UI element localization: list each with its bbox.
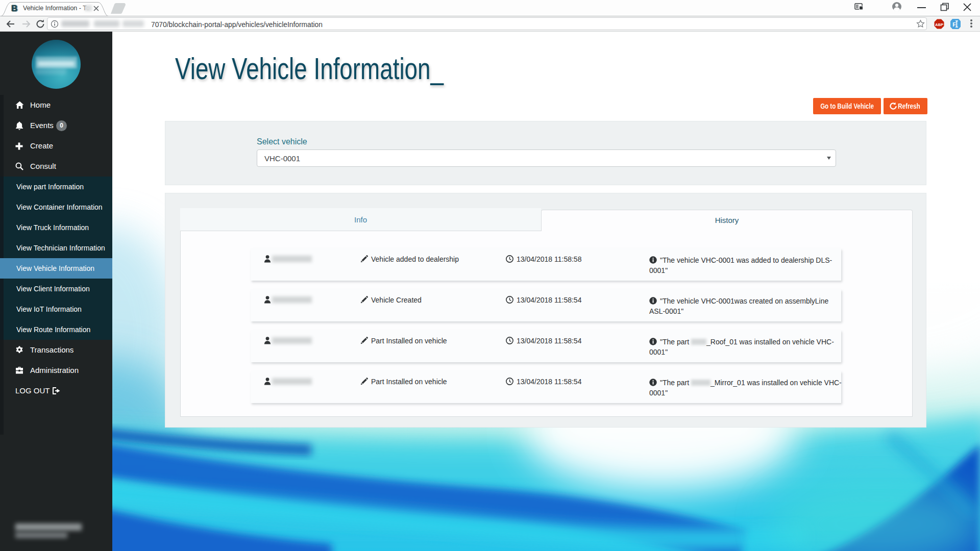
svg-text:ABP: ABP bbox=[935, 22, 943, 27]
svg-text:F: F bbox=[952, 21, 956, 28]
